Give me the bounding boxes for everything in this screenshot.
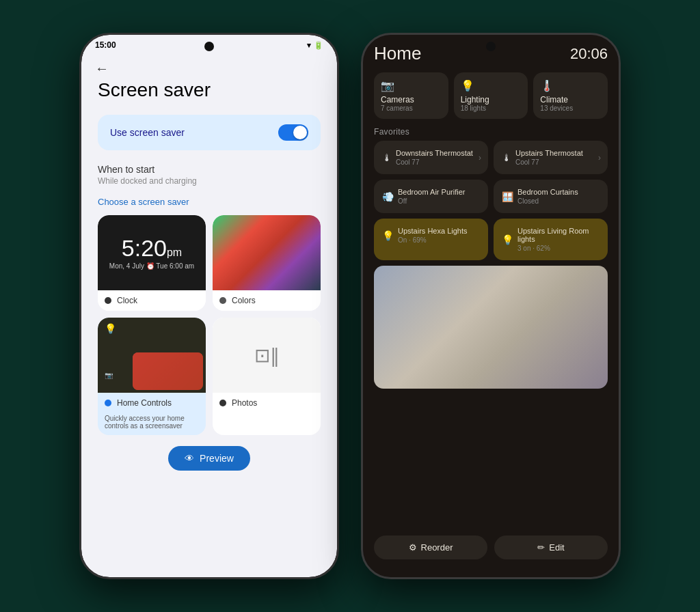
homecontrols-preview: 💡 📷 bbox=[98, 318, 206, 393]
colors-footer: Colors bbox=[213, 290, 321, 311]
downstairs-thermo-name: Downstairs Thermostat bbox=[396, 149, 473, 157]
homecontrols-footer: Home Controls Quickly access your home c… bbox=[98, 393, 206, 435]
hc-bulb-icon: 💡 bbox=[105, 323, 116, 334]
climate-sub: 13 devices bbox=[540, 105, 601, 112]
hexa-lights-status: On · 69% bbox=[398, 236, 468, 244]
battery-icon: 🔋 bbox=[314, 41, 323, 50]
homecontrols-sub: Quickly access your home controls as a s… bbox=[105, 415, 199, 430]
home-title: Home bbox=[374, 43, 421, 64]
when-to-start-label: When to start bbox=[98, 164, 321, 175]
colors-preview bbox=[213, 215, 321, 290]
photos-dot bbox=[219, 400, 226, 406]
upstairs-thermostat-card[interactable]: 🌡 Upstairs Thermostat Cool 77 › bbox=[494, 141, 608, 174]
climate-name: Climate bbox=[540, 95, 601, 105]
camera-notch-right bbox=[486, 42, 496, 51]
edit-button[interactable]: ✏ Edit bbox=[494, 536, 608, 559]
use-screensaver-label: Use screen saver bbox=[110, 127, 185, 138]
hexa-lights-icon: 💡 bbox=[382, 230, 394, 241]
photos-footer: Photos bbox=[213, 393, 321, 413]
living-room-lights-icon: 💡 bbox=[502, 234, 513, 245]
photos-label: Photos bbox=[232, 398, 257, 408]
downstairs-thermo-arrow: › bbox=[479, 153, 481, 163]
homecontrols-saver-card[interactable]: 💡 📷 Home Controls Quickly access y bbox=[98, 318, 206, 435]
colors-saver-card[interactable]: Colors bbox=[213, 215, 321, 311]
preview-btn-container: 👁 Preview bbox=[98, 446, 321, 471]
phones-container: 15:00 ▾ 🔋 ← Screen saver Use screen save… bbox=[0, 0, 700, 612]
screensaver-grid: 5:20pm Mon, 4 July ⏰ Tue 6:00 am Clock bbox=[98, 215, 321, 435]
upstairs-thermo-status: Cool 77 bbox=[515, 158, 583, 166]
air-purifier-card[interactable]: 💨 Bedroom Air Purifier Off bbox=[374, 180, 488, 213]
photo-preview-area bbox=[374, 266, 608, 389]
upstairs-thermo-icon: 🌡 bbox=[502, 152, 511, 163]
lighting-sub: 18 lights bbox=[461, 105, 522, 112]
reorder-icon: ⚙ bbox=[409, 542, 417, 553]
camera-notch-left bbox=[204, 42, 214, 51]
when-to-start-section: When to start While docked and charging bbox=[98, 164, 321, 186]
page-title: Screen saver bbox=[98, 79, 321, 101]
lighting-card[interactable]: 💡 Lighting 18 lights bbox=[454, 72, 528, 119]
climate-card[interactable]: 🌡️ Climate 13 devices bbox=[533, 72, 608, 119]
living-room-lights-name: Upstairs Living Room lights bbox=[517, 227, 600, 243]
upstairs-thermo-arrow: › bbox=[598, 153, 601, 163]
edit-icon: ✏ bbox=[537, 542, 545, 553]
climate-icon: 🌡️ bbox=[540, 79, 601, 92]
category-row: 📷 Cameras 7 cameras 💡 Lighting 18 lights… bbox=[363, 67, 619, 124]
home-time: 20:06 bbox=[570, 45, 608, 63]
living-room-lights-card[interactable]: 💡 Upstairs Living Room lights 3 on · 62% bbox=[494, 219, 608, 260]
downstairs-thermo-icon: 🌡 bbox=[382, 152, 392, 163]
choose-screensaver-label: Choose a screen saver bbox=[98, 197, 321, 207]
homecontrols-dot bbox=[105, 400, 111, 406]
clock-label: Clock bbox=[117, 296, 137, 305]
downstairs-thermo-status: Cool 77 bbox=[396, 158, 473, 166]
colors-label: Colors bbox=[232, 296, 256, 305]
when-to-start-sub: While docked and charging bbox=[98, 176, 321, 186]
clock-footer: Clock bbox=[98, 290, 206, 311]
hexa-lights-card[interactable]: 💡 Upstairs Hexa Lights On · 69% bbox=[374, 219, 488, 260]
air-purifier-icon: 💨 bbox=[382, 191, 394, 202]
reorder-label: Reorder bbox=[421, 542, 453, 553]
lighting-icon: 💡 bbox=[461, 79, 522, 92]
hc-camera-icon: 📷 bbox=[105, 372, 113, 379]
clock-date: Mon, 4 July ⏰ Tue 6:00 am bbox=[109, 262, 194, 270]
homecontrols-label: Home Controls bbox=[117, 398, 172, 408]
edit-label: Edit bbox=[549, 542, 564, 553]
clock-preview: 5:20pm Mon, 4 July ⏰ Tue 6:00 am bbox=[98, 215, 206, 290]
left-phone: 15:00 ▾ 🔋 ← Screen saver Use screen save… bbox=[79, 33, 339, 579]
colors-dot bbox=[219, 297, 226, 304]
air-purifier-status: Off bbox=[398, 197, 465, 205]
lighting-name: Lighting bbox=[461, 95, 522, 105]
cameras-card[interactable]: 📷 Cameras 7 cameras bbox=[374, 72, 448, 119]
use-screensaver-toggle[interactable] bbox=[278, 124, 308, 141]
status-time-left: 15:00 bbox=[95, 40, 116, 50]
photos-preview: ⊡‖ bbox=[213, 318, 321, 393]
screensaver-content: Screen saver Use screen saver When to st… bbox=[81, 79, 337, 471]
back-button[interactable]: ← bbox=[81, 53, 337, 79]
hexa-lights-name: Upstairs Hexa Lights bbox=[398, 227, 468, 235]
wifi-icon: ▾ bbox=[307, 41, 311, 50]
curtains-icon: 🪟 bbox=[502, 191, 513, 202]
bedroom-curtains-card[interactable]: 🪟 Bedroom Curtains Closed bbox=[494, 180, 608, 213]
curtains-name: Bedroom Curtains bbox=[517, 188, 578, 196]
hc-image bbox=[133, 352, 203, 390]
favorites-grid: 🌡 Downstairs Thermostat Cool 77 › 🌡 Upst… bbox=[363, 141, 619, 260]
cameras-icon: 📷 bbox=[381, 79, 442, 92]
curtains-status: Closed bbox=[517, 197, 578, 205]
cameras-sub: 7 cameras bbox=[381, 105, 442, 112]
clock-saver-card[interactable]: 5:20pm Mon, 4 July ⏰ Tue 6:00 am Clock bbox=[98, 215, 206, 311]
reorder-button[interactable]: ⚙ Reorder bbox=[374, 536, 487, 559]
photos-icon: ⊡‖ bbox=[254, 344, 280, 367]
clock-dot bbox=[105, 297, 111, 304]
downstairs-thermostat-card[interactable]: 🌡 Downstairs Thermostat Cool 77 › bbox=[374, 141, 488, 174]
use-screensaver-row[interactable]: Use screen saver bbox=[98, 115, 321, 150]
right-phone: Home 20:06 📷 Cameras 7 cameras 💡 Lightin… bbox=[361, 33, 621, 579]
status-icons-left: ▾ 🔋 bbox=[307, 41, 323, 50]
right-screen: Home 20:06 📷 Cameras 7 cameras 💡 Lightin… bbox=[363, 35, 619, 577]
cameras-name: Cameras bbox=[381, 95, 442, 105]
preview-button[interactable]: 👁 Preview bbox=[168, 446, 250, 471]
living-room-lights-status: 3 on · 62% bbox=[517, 245, 600, 252]
preview-eye-icon: 👁 bbox=[185, 453, 194, 464]
favorites-label: Favorites bbox=[363, 124, 619, 141]
bottom-buttons: ⚙ Reorder ✏ Edit bbox=[363, 529, 619, 566]
photos-saver-card[interactable]: ⊡‖ Photos bbox=[213, 318, 321, 435]
clock-display: 5:20pm bbox=[122, 236, 182, 260]
